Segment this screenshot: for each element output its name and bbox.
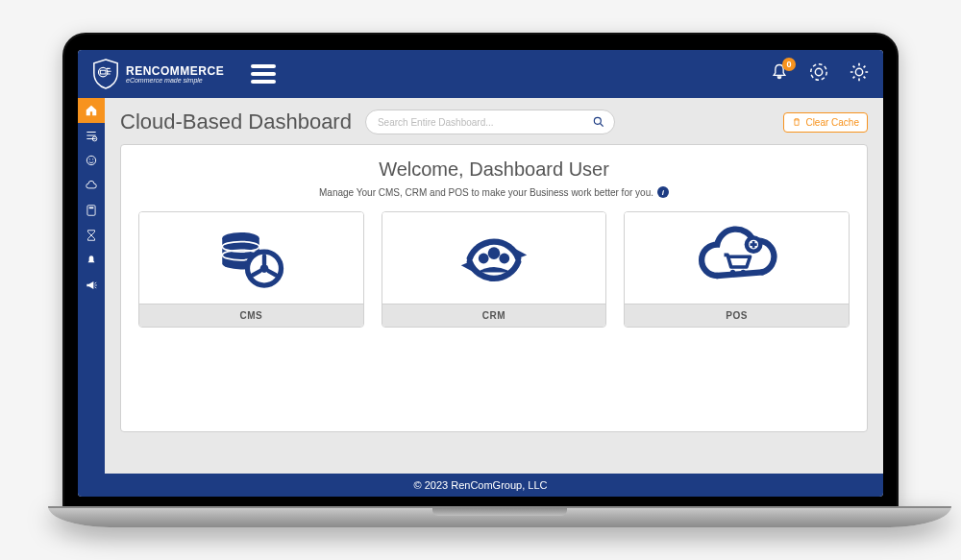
gear-icon bbox=[849, 61, 870, 83]
brand-tagline: eCommerce made simple bbox=[126, 77, 224, 84]
megaphone-icon bbox=[85, 279, 98, 292]
svg-rect-9 bbox=[87, 206, 95, 216]
sidebar-item-activity[interactable] bbox=[78, 223, 105, 248]
bell-small-icon bbox=[85, 254, 98, 267]
hamburger-icon bbox=[251, 64, 276, 68]
brand-name-suffix: COMMERCE bbox=[152, 64, 224, 78]
sidebar-item-cms[interactable] bbox=[78, 123, 105, 148]
lifebuoy-icon bbox=[808, 61, 829, 83]
screen: RENCOMMERCE eCommerce made simple bbox=[78, 50, 883, 497]
dashboard-cards: CMS bbox=[138, 211, 850, 328]
svg-point-17 bbox=[488, 247, 501, 259]
welcome-panel: Welcome, Dashboard User Manage Your CMS,… bbox=[120, 144, 868, 432]
header-row: Cloud-Based Dashboard Clear Cache bbox=[105, 98, 883, 144]
svg-point-21 bbox=[729, 269, 734, 274]
card-crm[interactable]: CRM bbox=[382, 211, 607, 328]
svg-rect-10 bbox=[89, 207, 94, 209]
search-wrap bbox=[365, 110, 615, 134]
brand-logo[interactable]: RENCOMMERCE eCommerce made simple bbox=[91, 58, 224, 90]
menu-toggle-button[interactable] bbox=[251, 61, 276, 87]
help-button[interactable] bbox=[808, 61, 829, 86]
card-crm-label: CRM bbox=[382, 304, 606, 327]
notification-badge: 0 bbox=[782, 58, 796, 71]
svg-point-22 bbox=[740, 269, 745, 274]
search-icon bbox=[592, 115, 605, 129]
calculator-icon bbox=[85, 204, 98, 217]
laptop-frame: RENCOMMERCE eCommerce made simple bbox=[48, 33, 913, 527]
svg-point-11 bbox=[594, 117, 601, 124]
face-icon bbox=[85, 154, 98, 167]
svg-point-18 bbox=[479, 253, 489, 263]
search-input[interactable] bbox=[365, 110, 615, 134]
footer: © 2023 RenComGroup, LLC bbox=[78, 474, 883, 497]
main-content: Cloud-Based Dashboard Clear Cache Welcom… bbox=[105, 98, 883, 474]
hourglass-icon bbox=[85, 229, 98, 242]
notifications-button[interactable]: 0 bbox=[770, 62, 789, 85]
screen-bezel: RENCOMMERCE eCommerce made simple bbox=[62, 33, 899, 506]
svg-point-8 bbox=[92, 158, 93, 159]
clear-cache-label: Clear Cache bbox=[805, 117, 859, 128]
card-pos-label: POS bbox=[625, 304, 849, 327]
top-navbar: RENCOMMERCE eCommerce made simple bbox=[78, 50, 883, 98]
page-title: Cloud-Based Dashboard bbox=[120, 110, 352, 134]
svg-point-3 bbox=[815, 68, 822, 75]
footer-copyright: © 2023 RenComGroup, LLC bbox=[414, 479, 548, 491]
brand-name-prefix: REN bbox=[126, 64, 152, 78]
laptop-base bbox=[48, 506, 951, 527]
sidebar bbox=[78, 98, 105, 474]
clear-cache-button[interactable]: Clear Cache bbox=[783, 112, 868, 133]
welcome-subtitle: Manage Your CMS, CRM and POS to make you… bbox=[319, 187, 653, 198]
svg-point-4 bbox=[855, 68, 862, 75]
sidebar-item-home[interactable] bbox=[78, 98, 105, 123]
svg-point-2 bbox=[811, 64, 827, 81]
info-icon[interactable]: i bbox=[657, 186, 669, 198]
shield-icon bbox=[91, 58, 120, 90]
cloud-icon bbox=[85, 179, 98, 192]
card-cms-label: CMS bbox=[139, 304, 363, 327]
trash-icon bbox=[792, 117, 801, 127]
sidebar-item-pos[interactable] bbox=[78, 173, 105, 198]
svg-point-7 bbox=[89, 158, 90, 159]
welcome-title: Welcome, Dashboard User bbox=[138, 158, 850, 181]
sidebar-item-crm[interactable] bbox=[78, 148, 105, 173]
svg-point-19 bbox=[499, 253, 509, 263]
svg-rect-1 bbox=[100, 70, 106, 74]
home-icon bbox=[85, 104, 98, 117]
sidebar-item-alerts[interactable] bbox=[78, 248, 105, 273]
welcome-subtitle-row: Manage Your CMS, CRM and POS to make you… bbox=[138, 186, 850, 198]
card-pos[interactable]: POS bbox=[624, 211, 850, 328]
sidebar-item-announcements[interactable] bbox=[78, 273, 105, 298]
layers-icon bbox=[85, 129, 98, 142]
database-steering-icon bbox=[208, 225, 294, 292]
card-cms[interactable]: CMS bbox=[138, 211, 364, 328]
cloud-cart-icon bbox=[689, 224, 785, 293]
sidebar-item-reports[interactable] bbox=[78, 198, 105, 223]
brand-text: RENCOMMERCE eCommerce made simple bbox=[126, 65, 224, 84]
people-sync-icon bbox=[451, 222, 537, 295]
svg-point-6 bbox=[86, 156, 95, 164]
settings-button[interactable] bbox=[849, 61, 870, 86]
